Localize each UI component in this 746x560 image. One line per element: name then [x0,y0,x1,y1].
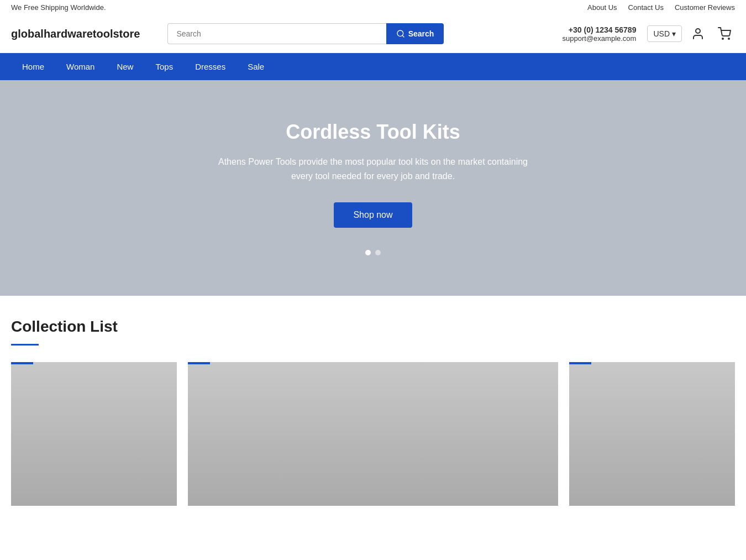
svg-point-3 [722,38,723,39]
collection-title-underline [11,344,39,346]
currency-value: USD [653,29,670,38]
shipping-text: We Free Shipping Worldwide. [11,3,106,12]
search-button[interactable]: Search [386,23,444,44]
account-icon-button[interactable] [687,23,708,44]
customer-reviews-link[interactable]: Customer Reviews [675,3,735,12]
cart-icon [718,27,731,40]
search-icon [396,29,405,38]
collection-card-1-image [11,362,177,506]
logo[interactable]: globalhardwaretoolstore [11,28,140,40]
collection-title: Collection List [11,318,735,336]
nav-item-woman[interactable]: Woman [55,53,106,80]
header-actions: USD ▾ [647,23,735,44]
carousel-dot-2[interactable] [375,250,381,255]
top-bar-links: About Us Contact Us Customer Reviews [587,3,735,12]
collection-card-3-image [569,362,735,506]
collection-grid [11,362,735,506]
collection-section: Collection List [0,296,746,506]
collection-card-3[interactable] [569,362,735,506]
main-nav: Home Woman New Tops Dresses Sale [0,53,746,80]
hero-banner: Cordless Tool Kits Athens Power Tools pr… [0,80,746,296]
nav-item-dresses[interactable]: Dresses [184,53,237,80]
header: globalhardwaretoolstore Search +30 (0) 1… [0,15,746,53]
shop-now-button[interactable]: Shop now [334,202,412,228]
collection-card-2[interactable] [188,362,558,506]
search-input[interactable] [167,23,386,44]
cart-icon-button[interactable] [714,23,735,44]
svg-point-4 [728,38,729,39]
collection-card-1-top-bar [11,362,33,364]
contact-info: +30 (0) 1234 56789 support@example.com [563,25,637,43]
collection-card-1[interactable] [11,362,177,506]
nav-item-home[interactable]: Home [11,53,55,80]
hero-title: Cordless Tool Kits [286,121,460,144]
svg-point-2 [696,29,700,33]
search-container: Search [167,23,444,44]
about-us-link[interactable]: About Us [587,3,617,12]
svg-line-1 [402,35,404,37]
account-icon [691,27,705,40]
chevron-down-icon: ▾ [672,29,676,38]
carousel-dot-1[interactable] [365,250,371,255]
nav-item-new[interactable]: New [106,53,144,80]
hero-description: Athens Power Tools provide the most popu… [207,155,539,183]
contact-us-link[interactable]: Contact Us [628,3,664,12]
nav-item-tops[interactable]: Tops [144,53,184,80]
email-address: support@example.com [563,34,637,43]
phone-number: +30 (0) 1234 56789 [563,25,637,34]
collection-card-3-top-bar [569,362,591,364]
carousel-dots [365,250,381,255]
top-bar: We Free Shipping Worldwide. About Us Con… [0,0,746,15]
nav-item-sale[interactable]: Sale [237,53,275,80]
currency-selector[interactable]: USD ▾ [647,25,682,42]
collection-card-2-top-bar [188,362,210,364]
collection-card-2-image [188,362,558,506]
